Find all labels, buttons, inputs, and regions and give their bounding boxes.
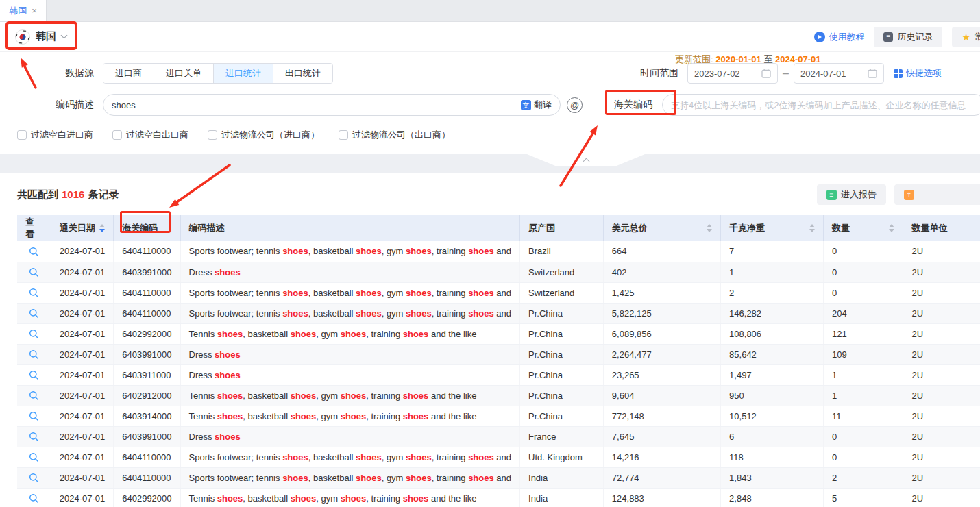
collapse-panel-handle[interactable]: [527, 154, 645, 166]
filter-checkbox[interactable]: 过滤空白进口商: [17, 129, 93, 141]
cell-desc: Sports footwear; tennis shoes, basketbal…: [180, 467, 519, 488]
view-detail-icon[interactable]: [29, 247, 39, 257]
column-label: 海关编码: [122, 222, 158, 234]
view-detail-icon[interactable]: [29, 288, 39, 298]
checkbox-icon[interactable]: [339, 130, 348, 140]
end-date-input[interactable]: 2024-07-01: [794, 63, 884, 84]
table-row: 2024-07-016404110000Sports footwear; ten…: [17, 447, 980, 467]
checkbox-icon[interactable]: [17, 130, 27, 140]
cell-usd: 6,089,856: [603, 323, 720, 344]
panel-divider-band: [0, 154, 980, 173]
cell-qty: 0: [824, 447, 903, 467]
cell-kg: 146,282: [721, 303, 824, 323]
view-detail-icon[interactable]: [29, 411, 39, 421]
cell-qty: 2: [824, 467, 903, 488]
cell-view: [17, 262, 51, 282]
results-summary: 共匹配到1016条记录: [17, 188, 119, 201]
view-detail-icon[interactable]: [29, 349, 39, 360]
cell-date: 2024-07-01: [51, 282, 114, 303]
column-label: 美元总价: [612, 222, 648, 234]
view-detail-icon[interactable]: [29, 452, 39, 462]
column-label: 编码描述: [189, 222, 225, 234]
cell-unit: 2U: [903, 447, 980, 467]
checkbox-icon[interactable]: [208, 130, 217, 140]
view-detail-icon[interactable]: [29, 267, 39, 277]
cell-date: 2024-07-01: [51, 426, 114, 447]
cell-code: 6402992000: [114, 488, 180, 507]
cell-usd: 72,774: [603, 467, 720, 488]
cell-usd: 5,822,125: [603, 303, 720, 323]
source-tab[interactable]: 进口关单: [154, 64, 214, 83]
table-header-cell[interactable]: 数量: [824, 215, 903, 241]
checkbox-icon[interactable]: [112, 130, 122, 140]
browser-tab-bar: 韩国 ×: [0, 0, 980, 22]
view-detail-icon[interactable]: [29, 493, 39, 504]
cell-qty: 109: [824, 344, 903, 364]
column-label: 通关日期: [60, 222, 95, 234]
close-icon[interactable]: ×: [32, 5, 37, 16]
start-date-input[interactable]: 2023-07-02: [687, 63, 778, 84]
table-header-cell[interactable]: 美元总价: [603, 215, 720, 241]
sort-icon[interactable]: [889, 224, 894, 232]
cell-desc: Tennis shoes, basketball shoes, gym shoe…: [180, 488, 519, 507]
cell-origin: Pr.China: [520, 385, 604, 406]
tutorial-link[interactable]: 使用教程: [814, 31, 864, 43]
sort-icon[interactable]: [809, 224, 815, 232]
cell-code: 6402992000: [114, 323, 180, 344]
cell-code: 6404110000: [114, 467, 180, 488]
source-tab[interactable]: 进口统计: [214, 64, 273, 83]
filter-checkbox[interactable]: 过滤物流公司（出口商）: [339, 129, 450, 141]
cell-code: 6403991000: [114, 426, 180, 447]
history-button[interactable]: ≡ 历史记录: [874, 27, 942, 47]
table-row: 2024-07-016404110000Sports footwear; ten…: [17, 241, 980, 262]
column-label: 原产国: [528, 222, 555, 234]
source-tab[interactable]: 出口统计: [273, 64, 332, 83]
view-detail-icon[interactable]: [29, 308, 39, 319]
cell-origin: India: [520, 488, 604, 507]
fuzzy-match-toggle-icon[interactable]: @: [567, 97, 583, 113]
cell-unit: 2U: [903, 406, 980, 426]
cell-usd: 772,148: [603, 406, 720, 426]
favorites-button[interactable]: ★ 常用条件: [952, 27, 980, 47]
translate-button[interactable]: 文 翻译: [521, 99, 552, 111]
cell-qty: 11: [824, 406, 903, 426]
cell-date: 2024-07-01: [51, 344, 114, 364]
calendar-icon: [761, 69, 771, 78]
table-header-cell[interactable]: 千克净重: [721, 215, 824, 241]
cell-desc: Dress shoes: [180, 426, 519, 447]
code-desc-input[interactable]: [112, 100, 521, 110]
sort-icon[interactable]: [99, 224, 105, 232]
view-detail-icon[interactable]: [29, 432, 39, 442]
cell-unit: 2U: [903, 262, 980, 282]
tab-korea[interactable]: 韩国 ×: [0, 0, 47, 21]
country-selector[interactable]: 韩国: [15, 29, 66, 45]
cell-kg: 2,848: [721, 488, 824, 507]
export-button[interactable]: ↥: [894, 184, 980, 205]
view-detail-icon[interactable]: [29, 391, 39, 401]
time-range-label: 时间范围: [640, 67, 687, 79]
cell-code: 6404110000: [114, 241, 180, 262]
quick-options-link[interactable]: 快捷选项: [894, 67, 942, 79]
cell-unit: 2U: [903, 488, 980, 507]
data-source-label: 数据源: [0, 67, 103, 79]
cell-date: 2024-07-01: [51, 303, 114, 323]
star-icon: ★: [961, 32, 970, 42]
view-detail-icon[interactable]: [29, 473, 39, 483]
sort-icon[interactable]: [707, 224, 712, 232]
cell-desc: Dress shoes: [180, 262, 519, 282]
cell-origin: Switzerland: [520, 262, 604, 282]
cell-usd: 7,645: [603, 426, 720, 447]
table-row: 2024-07-016404110000Sports footwear; ten…: [17, 282, 980, 303]
cell-code: 6404110000: [114, 447, 180, 467]
view-detail-icon[interactable]: [29, 329, 39, 339]
code-desc-label: 编码描述: [0, 99, 103, 111]
enter-report-button[interactable]: ≡ 进入报告: [817, 184, 886, 205]
filter-checkbox[interactable]: 过滤空白出口商: [112, 129, 188, 141]
table-row: 2024-07-016403991000Dress shoesPr.China2…: [17, 344, 980, 364]
view-detail-icon[interactable]: [29, 370, 39, 380]
cell-view: [17, 447, 51, 467]
hs-code-input[interactable]: [671, 100, 977, 110]
source-tab[interactable]: 进口商: [103, 64, 154, 83]
filter-checkbox[interactable]: 过滤物流公司（进口商）: [208, 129, 319, 141]
table-header-cell[interactable]: 通关日期: [51, 215, 114, 241]
